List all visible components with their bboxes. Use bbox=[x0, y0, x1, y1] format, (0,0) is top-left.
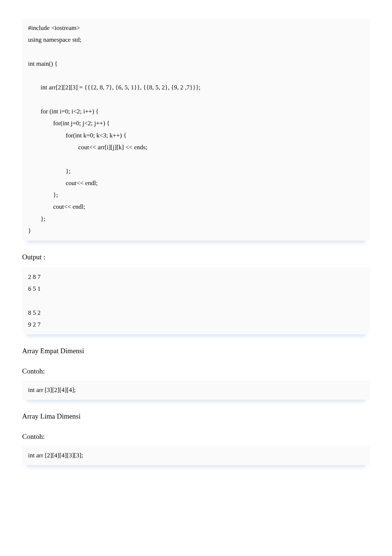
section-4d-title: Array Empat Dimensi bbox=[22, 345, 370, 357]
output-label: Output : bbox=[22, 252, 370, 263]
section-4d-contoh: Contoh: bbox=[22, 366, 370, 377]
code-block-main: #include <iostream> using namespace std;… bbox=[22, 18, 370, 241]
section-5d-contoh: Contoh: bbox=[22, 431, 370, 442]
code-block-5d: int arr [2][4][4][3][3]; bbox=[22, 446, 370, 465]
section-5d-title: Array Lima Dimensi bbox=[22, 411, 370, 422]
code-block-4d: int arr [3][2][4][4]; bbox=[22, 381, 370, 400]
output-block: 2 8 7 6 5 1 8 5 2 9 2 7 bbox=[22, 267, 370, 334]
